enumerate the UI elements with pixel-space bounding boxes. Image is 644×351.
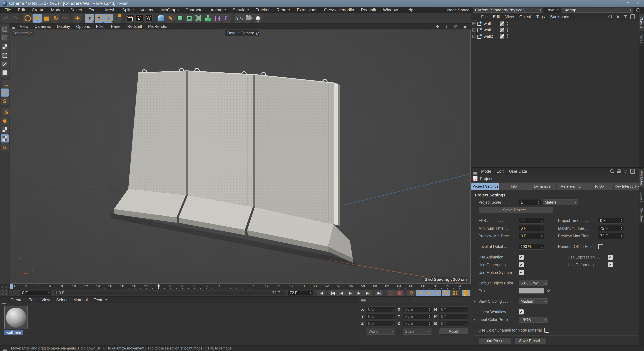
coordinate-mode-select[interactable]: World▾ [366, 328, 395, 335]
hamburger-icon[interactable] [12, 27, 16, 28]
spinner-arrows-icon[interactable]: ▴▾ [47, 291, 50, 295]
workplane-mode-button[interactable]: ∟ [2, 80, 10, 88]
view-label[interactable]: Perspective [11, 30, 34, 36]
uv-mode-button[interactable] [1, 134, 9, 142]
floor-object-button[interactable] [234, 14, 244, 23]
side-tab-objects[interactable]: Objects [639, 14, 644, 31]
tab-info[interactable]: Info [500, 183, 528, 190]
menu-select[interactable]: Select [67, 7, 85, 13]
key-parameter-button[interactable]: P [442, 290, 450, 296]
forward-icon[interactable]: → [598, 169, 602, 174]
apply-button[interactable]: Apply [439, 328, 468, 335]
material-menu-select[interactable]: Select [53, 297, 70, 303]
visibility-dots-icon[interactable] [507, 34, 508, 38]
lock-y-axis-button[interactable]: Y [94, 14, 104, 23]
minimize-button[interactable]: – [614, 1, 622, 6]
undo-button[interactable]: ↶ [2, 14, 10, 23]
menu-character[interactable]: Character [182, 7, 207, 13]
make-editable-button[interactable] [1, 25, 9, 33]
play-button[interactable]: ▶ [346, 290, 354, 296]
rotation-p-field[interactable]: 0 °▴▾ [439, 314, 468, 320]
tab-to-do[interactable]: To Do [585, 183, 613, 190]
pen-spline-button[interactable]: ✎ [166, 14, 175, 23]
preview-max-time-field[interactable]: 72 F▴▾ [598, 233, 624, 239]
expander-icon[interactable]: ▸ [474, 299, 476, 304]
preview-min-time-field[interactable]: 0 F▴▾ [519, 233, 544, 239]
bend-deformer-button[interactable] [222, 14, 232, 23]
linear-workflow-checkbox[interactable] [519, 310, 524, 315]
hamburger-icon[interactable] [474, 17, 477, 18]
panel-grip[interactable] [0, 290, 8, 297]
menu-mograph[interactable]: MoGraph [158, 7, 182, 13]
tab-project-settings[interactable]: Project Settings [472, 183, 500, 190]
camera-label[interactable]: Default Camera [225, 30, 260, 36]
attribute-menu-user-data[interactable]: User Data [506, 168, 530, 175]
menu-file[interactable]: File [1, 7, 14, 13]
scrub-grip-icon[interactable]: ‖ [282, 291, 284, 295]
attribute-menu-edit[interactable]: Edit [494, 168, 506, 175]
object-row[interactable]: wall1 [471, 27, 644, 33]
polygon-mode-button[interactable] [1, 69, 9, 77]
material-menu-view[interactable]: View [38, 297, 53, 303]
menu-help[interactable]: Help [401, 7, 416, 13]
side-tab-structure[interactable]: Structure [639, 206, 644, 224]
panel-grip[interactable] [0, 284, 10, 289]
snap-button[interactable]: S [1, 97, 9, 105]
material-menu-texture[interactable]: Texture [91, 297, 110, 303]
object-manager-menu-bookmarks[interactable]: Bookmarks [548, 13, 573, 20]
subdivision-surface-button[interactable] [176, 14, 184, 23]
end-frame-field[interactable]: 72 F ▴▾ [288, 290, 313, 296]
timeline-window-button[interactable] [462, 290, 470, 296]
rotation-h-field[interactable]: 0 °▴▾ [439, 307, 468, 313]
model-mode-button[interactable] [1, 34, 9, 42]
object-name[interactable]: wall1 [484, 28, 496, 32]
object-row[interactable]: wall [471, 20, 644, 27]
object-manager-menu-object[interactable]: Object [517, 13, 534, 20]
zoom-view-icon[interactable]: ↕ [444, 24, 450, 29]
phong-tag-icon[interactable] [500, 28, 504, 32]
goto-next-key-button[interactable]: ▶| [364, 290, 372, 296]
next-frame-button[interactable]: ▶ [355, 290, 363, 296]
side-tab-takes[interactable]: Takes [639, 32, 644, 46]
viewport-menu-panel[interactable]: Panel [108, 23, 124, 29]
viewport-menu-display[interactable]: Display [54, 23, 73, 29]
layout-select[interactable]: Startup▾ [561, 7, 633, 12]
viewport-menu-redshift[interactable]: Redshift [124, 23, 145, 29]
target-icon[interactable]: ◎ [624, 169, 628, 174]
add-cube-primitive-button[interactable] [157, 14, 166, 23]
use-generators-checkbox[interactable] [519, 262, 524, 267]
light-object-button[interactable] [254, 14, 262, 23]
view-clipping-select[interactable]: Medium▾ [519, 298, 548, 304]
default-object-color-select[interactable]: 60% Gray▾ [519, 280, 548, 286]
maximize-button[interactable]: □ [624, 1, 632, 6]
menu-tracker[interactable]: Tracker [252, 7, 273, 13]
add-icon[interactable] [630, 14, 635, 19]
psr-keyframe-button[interactable]: PSR [61, 14, 70, 23]
menu-mesh[interactable]: Mesh [102, 7, 119, 13]
object-manager-menu-tags[interactable]: Tags [534, 13, 548, 20]
redo-button[interactable]: ↷ [11, 14, 20, 23]
hamburger-icon[interactable] [361, 299, 366, 300]
menu-edit[interactable]: Edit [14, 7, 28, 13]
menu-greyscalegorilla[interactable]: Greyscalegorilla [321, 7, 358, 13]
lock-x-axis-button[interactable]: X [85, 14, 94, 23]
attribute-menu-mode[interactable]: Mode [478, 168, 494, 175]
use-motion-system-checkbox[interactable] [519, 270, 524, 275]
input-color-profile-select[interactable]: sRGB▾ [519, 317, 548, 323]
point-mode-button[interactable] [1, 51, 9, 59]
project-time-field[interactable]: 0 F▴▾ [598, 218, 624, 224]
hamburger-icon[interactable] [3, 349, 7, 350]
expand-icon[interactable] [472, 35, 476, 38]
scale-project-button[interactable]: Scale Project... [479, 207, 553, 213]
rotate-button[interactable]: ↻ [51, 14, 60, 23]
viewport-menu-options[interactable]: Options [73, 23, 93, 29]
expand-icon[interactable] [472, 22, 476, 25]
tab-referencing[interactable]: Referencing [557, 183, 585, 190]
scrub-grip-icon[interactable]: ‖ [56, 291, 57, 295]
keyframe-selection-button[interactable]: ⚙ [407, 290, 415, 296]
render-settings-button[interactable] [144, 14, 154, 23]
autokeying-button[interactable] [386, 290, 395, 296]
use-deformers-checkbox[interactable] [608, 262, 613, 267]
use-animation-checkbox[interactable] [519, 255, 524, 260]
visibility-dots-icon[interactable] [507, 22, 508, 25]
